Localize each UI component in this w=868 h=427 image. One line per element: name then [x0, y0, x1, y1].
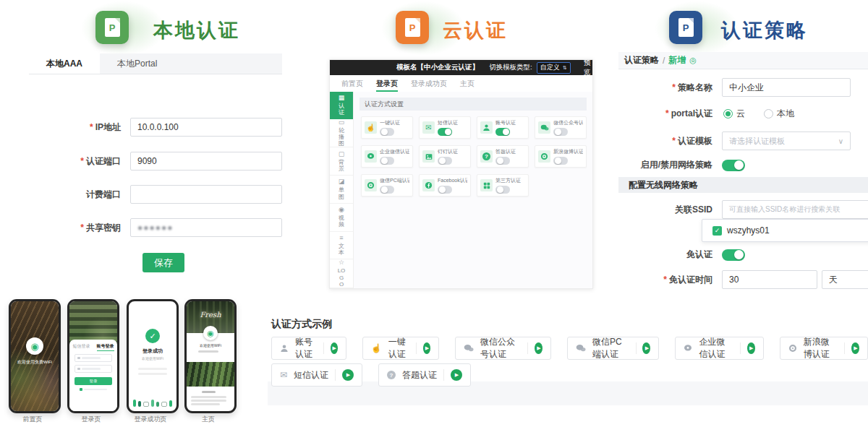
checkbox-checked-icon[interactable]: ✓	[712, 226, 722, 236]
sidebar-item-logo[interactable]: ☆LOGO	[330, 259, 353, 288]
toggle[interactable]	[553, 128, 568, 136]
examples-row-2: ✉ 短信认证 ▶ ? 答题认证 ▶	[271, 363, 471, 387]
play-icon[interactable]: ▶	[747, 342, 755, 354]
wechat-icon	[464, 344, 474, 353]
policy-name-input[interactable]: 中小企业	[722, 78, 851, 97]
username-input[interactable]	[75, 354, 112, 362]
user-icon	[480, 121, 493, 134]
sidebar-item-text[interactable]: ≡文本	[330, 232, 353, 260]
play-icon[interactable]: ▶	[342, 369, 354, 381]
toggle[interactable]	[438, 157, 452, 165]
facebook-icon	[422, 179, 435, 191]
breadcrumb-current: 新增	[668, 54, 686, 66]
free-auth-toggle[interactable]	[722, 249, 745, 261]
example-sms-auth[interactable]: ✉ 短信认证 ▶	[271, 363, 362, 387]
example-one-key-auth[interactable]: ☝ 一键认证 ▶	[362, 337, 439, 360]
toggle[interactable]	[438, 128, 452, 136]
auth-port-input[interactable]: 9090	[130, 152, 282, 171]
grid-icon: ▦	[339, 95, 345, 101]
free-time-unit-select[interactable]: 天	[822, 270, 868, 289]
save-button[interactable]: 保存	[142, 253, 184, 272]
play-icon[interactable]: ▶	[451, 369, 462, 381]
policy-title: 认证策略	[721, 17, 808, 43]
text-line	[138, 373, 167, 375]
cloud-template-editor: 模板名【中小企业云认证】 切换模板类型: 自定义 ⇅ 预览 前置页 登录页 登录…	[329, 59, 593, 289]
play-icon[interactable]: ▶	[642, 342, 650, 354]
toggle[interactable]	[380, 157, 394, 165]
tab-sms-login[interactable]: 短信登录	[73, 343, 90, 351]
tab-login-success-page[interactable]: 登录成功页	[411, 75, 447, 92]
toggle[interactable]	[553, 157, 568, 165]
editor-sidebar: ▦认证 ▭轮播图 ▢背景 ◪单图 ◉视频 ≡文本 ☆LOGO	[330, 92, 354, 288]
tab-local-aaa[interactable]: 本地AAA	[29, 53, 100, 74]
free-time-input[interactable]: 30	[722, 270, 817, 289]
required-asterisk: *	[665, 108, 669, 118]
login-button[interactable]: 登录	[75, 377, 112, 385]
example-quiz-auth[interactable]: ? 答题认证 ▶	[378, 363, 471, 387]
shared-key-input[interactable]: ●●●●●●	[130, 218, 282, 237]
example-wework-auth[interactable]: 企业微信认证 ▶	[675, 337, 763, 360]
toggle[interactable]	[495, 186, 510, 194]
example-wechat-pc-auth[interactable]: 微信PC端认证 ▶	[567, 337, 659, 360]
toggle[interactable]	[495, 128, 510, 136]
tab-login-page[interactable]: 登录页	[376, 75, 398, 92]
field-row-template: *认证模板 请选择认证模板 ∨	[618, 131, 851, 150]
example-account-auth[interactable]: 账号认证 ▶	[271, 337, 346, 360]
preview-button[interactable]: 预览	[584, 59, 592, 77]
editor-topbar: 模板名【中小企业云认证】 切换模板类型: 自定义 ⇅ 预览	[330, 60, 592, 75]
policy-name-value: 中小企业	[729, 82, 764, 94]
phone-login-page: 短信登录 账号登录 登录	[67, 299, 119, 413]
free-time-unit: 天	[829, 274, 838, 286]
doc-letter: P	[409, 23, 416, 33]
ip-address-input[interactable]: 10.0.0.100	[130, 118, 282, 137]
field-label: 启用/禁用网络策略	[618, 159, 712, 171]
ssid-placeholder: 可直接输入SSID名称进行搜索关联	[729, 204, 840, 215]
field-row-shared-key: *共享密钥 ●●●●●●	[29, 218, 282, 237]
billing-port-input[interactable]	[130, 185, 282, 204]
checkbox-icon[interactable]	[80, 388, 82, 391]
play-icon[interactable]: ▶	[535, 342, 542, 354]
field-row-billing-port: 计费端口	[29, 185, 282, 204]
mail-icon: ✉	[280, 370, 287, 380]
cloud-auth-doc-icon: P	[396, 11, 429, 44]
password-input[interactable]	[75, 365, 112, 373]
tab-local-portal[interactable]: 本地Portal	[100, 53, 174, 74]
tab-label: 本地Portal	[117, 58, 157, 70]
play-icon[interactable]: ▶	[423, 342, 430, 354]
template-type-select[interactable]: 自定义 ⇅	[537, 62, 571, 74]
example-weibo-auth[interactable]: 新浪微博认证 ▶	[780, 337, 868, 360]
ssid-option[interactable]: wszyhys01	[727, 225, 770, 236]
weibo-icon	[538, 150, 550, 163]
toggle[interactable]	[380, 128, 394, 136]
field-label: 免认证	[618, 249, 712, 261]
tab-account-login[interactable]: 账号登录	[97, 343, 114, 351]
picture-icon	[422, 150, 435, 163]
finger-icon: ☝	[365, 121, 377, 134]
doc-page-shape: P	[405, 18, 420, 37]
radio-local[interactable]	[764, 109, 773, 118]
examples-title: 认证方式示例	[271, 318, 332, 331]
toggle[interactable]	[495, 157, 510, 165]
sidebar-item-video[interactable]: ◉视频	[330, 204, 353, 232]
policy-panel: 认证策略 / 新增 ◎ *策略名称 中小企业 *portal认证 云 本地 *认…	[618, 52, 868, 298]
radio-cloud[interactable]	[723, 109, 733, 118]
toggle[interactable]	[380, 186, 394, 194]
breadcrumb-root[interactable]: 认证策略	[624, 54, 659, 66]
play-icon[interactable]: ▶	[851, 342, 859, 354]
enable-policy-toggle[interactable]	[722, 160, 745, 171]
sidebar-item-carousel[interactable]: ▭轮播图	[330, 119, 353, 148]
sidebar-item-single-image[interactable]: ◪单图	[330, 176, 353, 204]
ssid-search-input[interactable]: 可直接输入SSID名称进行搜索关联	[722, 200, 868, 219]
template-select[interactable]: 请选择认证模板 ∨	[722, 131, 851, 150]
play-icon[interactable]: ▶	[331, 342, 338, 354]
sidebar-item-background[interactable]: ▢背景	[330, 147, 353, 176]
wework-icon	[365, 150, 377, 163]
tab-front-page[interactable]: 前置页	[341, 75, 363, 92]
example-wechat-official-auth[interactable]: 微信公众号认证 ▶	[455, 337, 551, 360]
monitor-icon	[365, 179, 377, 191]
home-subtitle: 欢迎使用WiFi	[187, 343, 234, 348]
sidebar-item-auth[interactable]: ▦认证	[330, 92, 353, 119]
tab-home-page[interactable]: 主页	[460, 75, 475, 92]
auth-card-one-key: ☝ 一键认证	[361, 116, 413, 139]
toggle[interactable]	[438, 186, 452, 194]
